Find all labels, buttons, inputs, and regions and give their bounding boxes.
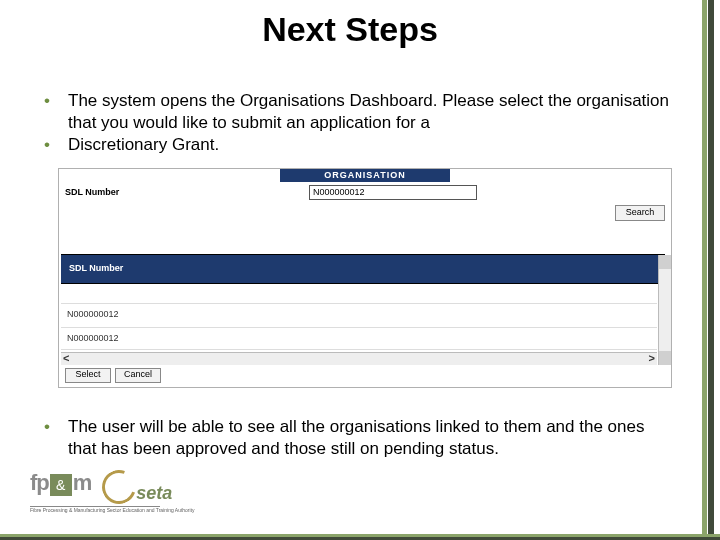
decor-right-rail [702,0,720,540]
panel-header: ORGANISATION [280,169,450,182]
table-row[interactable]: N000000012 [67,309,119,319]
table-row[interactable]: N000000012 [67,333,119,343]
list-item: The system opens the Organisations Dashb… [44,90,672,134]
table-header-band: SDL Number [61,255,665,283]
column-header-sdl: SDL Number [69,263,123,273]
cancel-button[interactable]: Cancel [115,368,161,383]
logo-m: m [73,470,92,495]
search-button[interactable]: Search [615,205,665,221]
logo-amp-icon: & [50,474,72,496]
select-button[interactable]: Select [65,368,111,383]
list-item: Discretionary Grant. [44,134,672,156]
organisation-screenshot: ORGANISATION SDL Number N000000012 Searc… [58,168,672,388]
page-title: Next Steps [0,10,700,49]
logo-fp: fp [30,470,49,495]
logo-subtext: Fibre Processing & Manufacturing Sector … [30,507,210,513]
logo-seta: seta [136,483,172,504]
logo-swoosh-icon [96,464,141,509]
fpm-seta-logo: fp&m seta Fibre Processing & Manufacturi… [30,470,210,512]
slide: Next Steps The system opens the Organisa… [0,0,720,540]
bullet-list-top: The system opens the Organisations Dashb… [44,90,672,156]
bullet-list-bottom: The user will be able to see all the org… [44,416,672,460]
vertical-scrollbar[interactable] [658,255,671,365]
sdl-number-label: SDL Number [65,187,119,197]
horizontal-scrollbar[interactable] [61,352,657,365]
sdl-number-input[interactable]: N000000012 [309,185,477,200]
decor-bottom-rail [0,530,720,540]
list-item: The user will be able to see all the org… [44,416,672,460]
